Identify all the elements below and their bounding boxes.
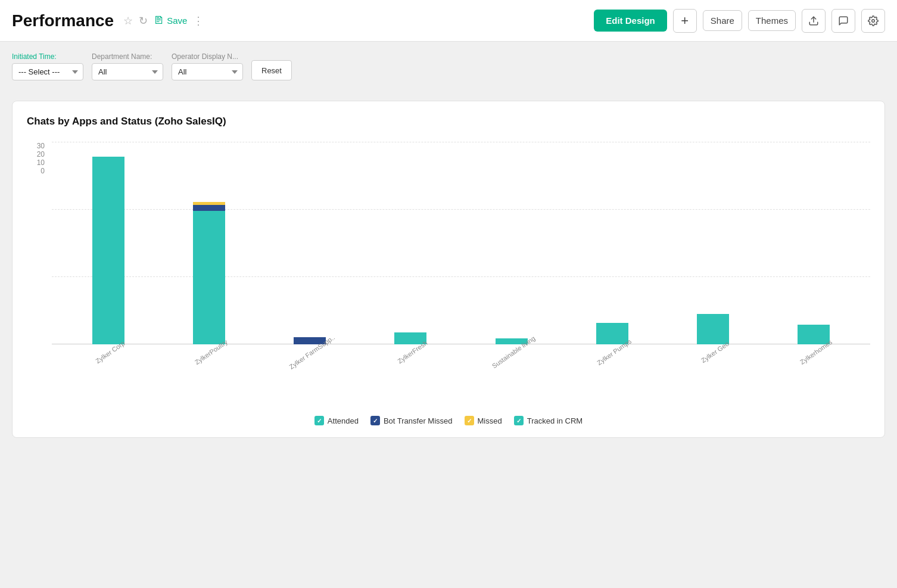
bar-bot-zylker-poultry [193, 205, 225, 211]
bar-attended-zylker-poultry [193, 211, 225, 344]
edit-design-button[interactable]: Edit Design [594, 10, 667, 32]
legend-color-tracked-in-crm: ✓ [514, 416, 524, 425]
operator-display-filter: Operator Display N... All [172, 52, 243, 80]
bar-group-zylker-corp [92, 157, 124, 344]
legend-item-missed: ✓ Missed [465, 416, 502, 425]
y-label-30: 30 [37, 142, 45, 150]
chart-card: Chats by Apps and Status (Zoho SalesIQ) … [12, 101, 885, 438]
chat-button[interactable] [831, 9, 855, 33]
bar-stack-zylker-geo [697, 314, 729, 344]
x-label-zylker-farmsupp: Zylker FarmSupp.. [289, 349, 331, 356]
bars-row [52, 142, 870, 344]
header-icon-group: ☆ ↻ 🖹 Save ⋮ [123, 14, 204, 27]
y-axis: 30 20 10 0 [27, 142, 45, 205]
initiated-time-label: Initiated Time: [12, 52, 83, 61]
x-label-zylkerhomes: Zylkerhomes [793, 349, 834, 356]
legend-label-tracked-in-crm: Tracked in CRM [527, 416, 583, 425]
chart-title: Chats by Apps and Status (Zoho SalesIQ) [27, 116, 870, 127]
reset-button[interactable]: Reset [251, 60, 292, 80]
x-label-zylker-corp: Zylker Corp [88, 349, 129, 356]
save-label: Save [167, 15, 187, 26]
bar-attended-zylker-corp [92, 157, 124, 344]
bars-container: Zylker Corp ZylkerPoultry Zylker FarmSup… [52, 142, 870, 380]
x-label-zylker-pumps: Zylker Pumps [591, 349, 633, 356]
upload-button[interactable] [802, 9, 826, 33]
legend-label-attended: Attended [328, 416, 359, 425]
refresh-icon[interactable]: ↻ [139, 14, 148, 27]
legend-item-attended: ✓ Attended [314, 416, 359, 425]
bar-attended-zylker-geo [697, 314, 729, 344]
bar-stack-zylker-poultry [193, 202, 225, 344]
x-label-zylker-fresh: ZylkerFresh [390, 349, 431, 356]
legend-item-bot-transfer-missed: ✓ Bot Transfer Missed [370, 416, 453, 425]
department-name-select[interactable]: All [92, 63, 163, 80]
department-name-filter: Department Name: All [92, 52, 163, 80]
chart-legend: ✓ Attended ✓ Bot Transfer Missed ✓ Misse… [27, 416, 870, 425]
legend-label-bot-transfer-missed: Bot Transfer Missed [384, 416, 453, 425]
more-options-icon[interactable]: ⋮ [193, 14, 204, 27]
header: Performance ☆ ↻ 🖹 Save ⋮ Edit Design + S… [0, 0, 897, 42]
legend-color-attended: ✓ [314, 416, 324, 425]
y-label-10: 10 [37, 158, 45, 167]
bar-stack-zylker-corp [92, 157, 124, 344]
star-icon[interactable]: ☆ [123, 14, 133, 27]
themes-button[interactable]: Themes [748, 10, 796, 31]
legend-color-bot-transfer-missed: ✓ [370, 416, 380, 425]
settings-button[interactable] [861, 9, 885, 33]
x-label-zylker-poultry: ZylkerPoultry [188, 349, 230, 356]
operator-display-label: Operator Display N... [172, 52, 243, 61]
svg-point-1 [872, 19, 875, 22]
share-button[interactable]: Share [703, 10, 742, 31]
filters-bar: Initiated Time: --- Select --- Departmen… [0, 42, 897, 91]
initiated-time-filter: Initiated Time: --- Select --- [12, 52, 83, 80]
save-button[interactable]: 🖹 Save [154, 14, 187, 27]
operator-display-select[interactable]: All [172, 63, 243, 80]
add-button[interactable]: + [673, 9, 697, 33]
bar-group-zylker-poultry [193, 202, 225, 344]
save-icon: 🖹 [154, 14, 164, 27]
legend-color-missed: ✓ [465, 416, 474, 425]
x-label-zylker-geo: Zylker Geo [692, 349, 734, 356]
y-label-0: 0 [41, 167, 45, 175]
page-title: Performance [12, 11, 114, 30]
department-name-label: Department Name: [92, 52, 163, 61]
legend-label-missed: Missed [478, 416, 502, 425]
initiated-time-select[interactable]: --- Select --- [12, 63, 83, 80]
legend-item-tracked-in-crm: ✓ Tracked in CRM [514, 416, 583, 425]
x-labels-row: Zylker Corp ZylkerPoultry Zylker FarmSup… [52, 344, 870, 380]
x-label-sustainable-living: Sustainable living [491, 349, 532, 356]
header-right: Edit Design + Share Themes [594, 9, 885, 33]
chart-area: 30 20 10 0 [27, 142, 870, 380]
bar-group-zylker-geo [697, 314, 729, 344]
y-label-20: 20 [37, 150, 45, 158]
